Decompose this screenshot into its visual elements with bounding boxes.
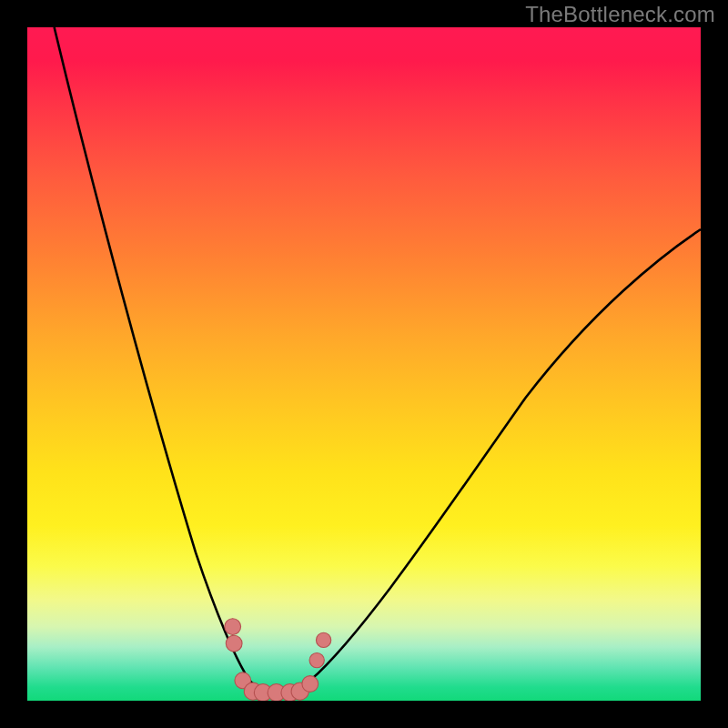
marker-point: [302, 676, 318, 693]
watermark-text: TheBottleneck.com: [525, 2, 715, 27]
plot-area: [27, 27, 701, 701]
marker-point: [226, 635, 242, 652]
marker-point: [225, 619, 241, 635]
marker-point: [309, 652, 324, 667]
marker-layer: [27, 27, 701, 701]
marker-point: [316, 632, 330, 647]
valley-markers: [225, 619, 331, 701]
